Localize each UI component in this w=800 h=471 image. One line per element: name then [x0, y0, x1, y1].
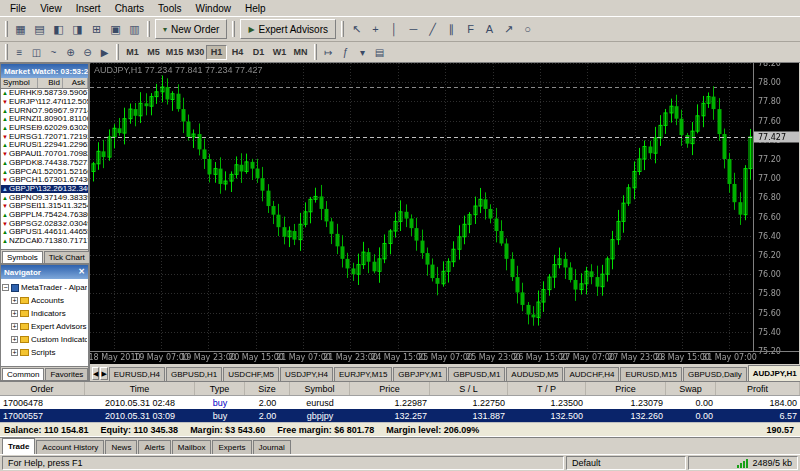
expand-icon[interactable]: +: [11, 349, 18, 356]
market-watch-row[interactable]: ▲GBPPLN4.754204.76380: [1, 211, 88, 220]
tab-favorites[interactable]: Favorites: [45, 368, 88, 380]
market-watch-row[interactable]: ▲GBPNOK9.371409.38339: [1, 193, 88, 202]
market-watch-row[interactable]: ▼GBPSGD2.028342.03049: [1, 219, 88, 228]
navigator-item-accounts[interactable]: +Accounts: [2, 294, 87, 307]
chart-tab-usdchf-m5[interactable]: USDCHF,M5: [223, 367, 279, 381]
chart-canvas[interactable]: [90, 63, 799, 364]
expand-icon[interactable]: +: [11, 297, 18, 304]
navigator-icon[interactable]: ⊞: [87, 20, 106, 39]
market-watch-row[interactable]: ▼GBPSEK11.315411.3254: [1, 202, 88, 211]
navigator-item-indicators[interactable]: +Indicators: [2, 307, 87, 320]
expert-advisors-button[interactable]: ▶ Expert Advisors: [240, 19, 336, 39]
profiles-icon[interactable]: ▤: [30, 20, 49, 39]
toolbar-grip[interactable]: [5, 44, 8, 60]
market-watch-titlebar[interactable]: Market Watch: 03:53:25 ✕: [1, 64, 88, 78]
chart-tab-gbpjpy-m1[interactable]: GBPJPY,M1: [393, 367, 447, 381]
chart-tab-usdjpy-h4[interactable]: USDJPY,H4: [280, 367, 333, 381]
strategy-tester-icon[interactable]: ▥: [125, 20, 144, 39]
timeframe-m15-button[interactable]: M15: [164, 45, 185, 60]
terminal-tab-trade[interactable]: Trade: [2, 438, 35, 454]
timeframe-m5-button[interactable]: M5: [143, 45, 164, 60]
arrows-icon[interactable]: ↗: [499, 20, 518, 39]
timeframe-h4-button[interactable]: H4: [227, 45, 248, 60]
column-bid[interactable]: Bid: [38, 78, 63, 88]
terminal-column-type[interactable]: Type: [195, 382, 245, 395]
toolbar-grip[interactable]: [116, 44, 119, 60]
terminal-column-price[interactable]: Price: [350, 382, 430, 395]
chart-tabs-scroll-left-icon[interactable]: ◀: [92, 367, 99, 380]
chart-tab-audusd-m5[interactable]: AUDUSD,M5: [506, 367, 563, 381]
timeframe-mn-button[interactable]: MN: [290, 45, 311, 60]
market-watch-icon[interactable]: ◧: [49, 20, 68, 39]
terminal-icon[interactable]: ▣: [106, 20, 125, 39]
zoom-in-icon[interactable]: ⊕: [62, 44, 79, 60]
timeframe-w1-button[interactable]: W1: [269, 45, 290, 60]
column-symbol[interactable]: Symbol: [1, 78, 38, 88]
menu-charts[interactable]: Charts: [108, 2, 151, 15]
text-icon[interactable]: A: [480, 19, 499, 38]
tab-tick-chart[interactable]: Tick Chart: [44, 251, 90, 263]
toolbar-grip[interactable]: [314, 44, 317, 60]
fibonacci-icon[interactable]: F: [461, 19, 480, 38]
column-ask[interactable]: Ask: [63, 78, 88, 88]
order-row[interactable]: 170064782010.05.31 02:48buy2.00eurusd1.2…: [0, 396, 800, 409]
tab-symbols[interactable]: Symbols: [2, 251, 43, 263]
terminal-tab-news[interactable]: News: [105, 440, 137, 454]
market-watch-row[interactable]: ▲GBPCAD1.520591.52166: [1, 167, 88, 176]
new-order-button[interactable]: ▾ New Order: [155, 19, 227, 39]
new-chart-icon[interactable]: ▦: [11, 20, 30, 39]
chart-tab-eurjpy-m15[interactable]: EURJPY,M15: [334, 367, 392, 381]
timeframe-d1-button[interactable]: D1: [248, 45, 269, 60]
candlestick-chart-icon[interactable]: ◫: [28, 44, 45, 60]
terminal-column-price[interactable]: Price: [586, 382, 666, 395]
market-watch-row[interactable]: ▲GBPJPY132.260132.340: [1, 185, 88, 194]
navigator-root[interactable]: −MetaTrader - Alpari UK: [2, 281, 87, 294]
chart-tabs-scroll-right-icon[interactable]: ▶: [100, 367, 107, 380]
terminal-tab-journal[interactable]: Journal: [253, 440, 291, 454]
cursor-icon[interactable]: ↖: [347, 20, 366, 39]
market-watch-row[interactable]: ▲EURSEK9.620209.63020: [1, 124, 88, 133]
market-watch-row[interactable]: ▼EURJPY112.476112.505: [1, 98, 88, 107]
tab-common[interactable]: Common: [2, 368, 44, 380]
expand-icon[interactable]: +: [11, 336, 18, 343]
toolbar-grip[interactable]: [341, 21, 344, 37]
collapse-icon[interactable]: −: [2, 284, 9, 291]
navigator-titlebar[interactable]: Navigator ✕: [1, 265, 88, 279]
zoom-out-icon[interactable]: ⊖: [79, 44, 96, 60]
shapes-icon[interactable]: ○: [518, 19, 537, 38]
order-row[interactable]: 170005572010.05.31 03:09buy2.00gbpjpy132…: [0, 409, 800, 422]
channel-icon[interactable]: ∥: [442, 20, 461, 39]
data-window-icon[interactable]: ◨: [68, 20, 87, 39]
terminal-column-sl[interactable]: S / L: [430, 382, 508, 395]
chart-window[interactable]: AUDJPY,H1 77.234 77.841 77.234 77.427: [90, 63, 799, 364]
navigator-item-custom-indicators[interactable]: +Custom Indicators: [2, 333, 87, 346]
menu-window[interactable]: Window: [188, 2, 238, 15]
periods-icon[interactable]: ▾: [354, 44, 371, 60]
terminal-column-time[interactable]: Time: [85, 382, 195, 395]
chart-tab-gbpusd-daily[interactable]: GBPUSD,Daily: [683, 367, 747, 381]
market-watch-row[interactable]: ▲EURNOK7.969657.97714: [1, 106, 88, 115]
terminal-column-symbol[interactable]: Symbol: [290, 382, 350, 395]
market-watch-row[interactable]: ▼EURSGD1.720791.72192: [1, 132, 88, 141]
expand-icon[interactable]: +: [11, 323, 18, 330]
market-watch-row[interactable]: ▲EURHKD9.587349.59067: [1, 89, 88, 98]
bar-chart-icon[interactable]: ≡: [11, 44, 28, 60]
menu-insert[interactable]: Insert: [69, 2, 108, 15]
crosshair-icon[interactable]: +: [366, 19, 385, 38]
menu-view[interactable]: View: [33, 2, 69, 15]
terminal-column-tp[interactable]: T / P: [508, 382, 586, 395]
navigator-item-expert-advisors[interactable]: +Expert Advisors: [2, 320, 87, 333]
menu-file[interactable]: File: [3, 2, 33, 15]
terminal-column-profit[interactable]: Profit: [716, 382, 800, 395]
chart-tab-gbpusd-m1[interactable]: GBPUSD,M1: [448, 367, 505, 381]
market-watch-row[interactable]: ▲EURNZD1.809061.81106: [1, 115, 88, 124]
templates-icon[interactable]: ▤: [371, 44, 388, 60]
terminal-column-order[interactable]: Order: [0, 382, 85, 395]
vertical-line-icon[interactable]: │: [385, 19, 404, 38]
chart-tab-gbpusd-h1[interactable]: GBPUSD,H1: [166, 367, 222, 381]
terminal-tab-alerts[interactable]: Alerts: [138, 440, 170, 454]
chart-tab-audjpy-h1[interactable]: AUDJPY,H1: [748, 365, 800, 381]
terminal-column-size[interactable]: Size: [245, 382, 290, 395]
expand-icon[interactable]: +: [11, 310, 18, 317]
terminal-column-swap[interactable]: Swap: [666, 382, 716, 395]
